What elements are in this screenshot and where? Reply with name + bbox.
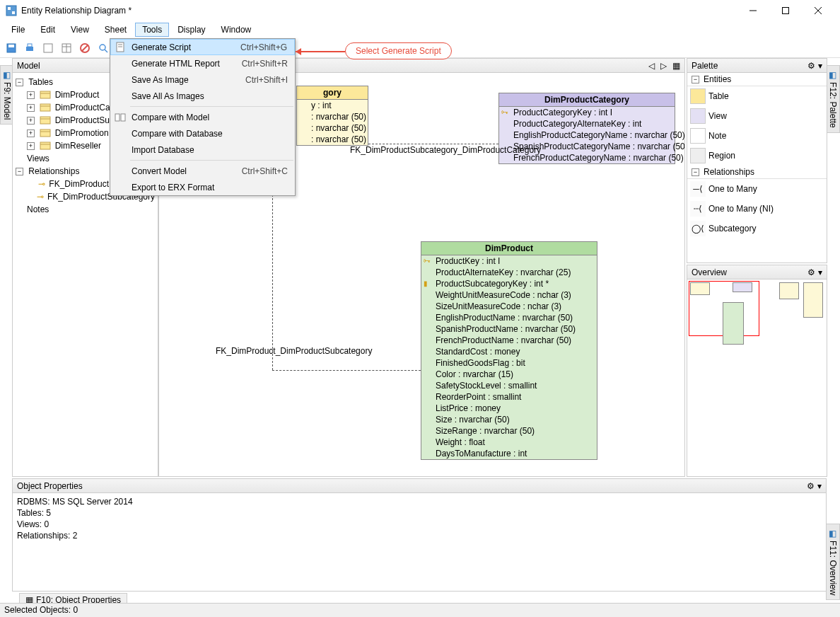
svg-rect-32 — [40, 142, 50, 149]
dd-convert-model[interactable]: Convert ModelCtrl+Shift+C — [110, 163, 295, 179]
app-icon — [6, 5, 17, 16]
svg-line-18 — [105, 50, 107, 52]
svg-point-17 — [100, 45, 105, 50]
entity-product[interactable]: DimProduct 🗝ProductKey : int IProductAlt… — [421, 241, 597, 460]
menu-file[interactable]: File — [4, 23, 32, 37]
overview-entity — [723, 302, 744, 345]
menu-edit[interactable]: Edit — [33, 23, 62, 37]
menu-display[interactable]: Display — [170, 23, 212, 37]
dd-save-image[interactable]: Save As ImageCtrl+Shift+I — [110, 71, 295, 88]
palette-rel-item[interactable]: ─⟨One to Many — [687, 179, 827, 199]
entity-column: ReorderPoint : smallint — [421, 391, 597, 403]
dd-separator — [130, 106, 293, 107]
svg-rect-22 — [115, 114, 119, 121]
overview-entity — [779, 282, 799, 299]
dd-save-all-images[interactable]: Save All As Images — [110, 88, 295, 104]
svg-rect-1 — [8, 7, 11, 10]
right-side-tab-overview[interactable]: ◧ F11: Overview — [826, 524, 840, 600]
tree-notes[interactable]: Notes — [16, 203, 155, 216]
minimize-icon[interactable]: ▾ — [818, 267, 822, 277]
relationship-label: FK_DimProductSubcategory_DimProductCateg… — [350, 145, 541, 155]
entity-column: DaysToManufacture : int — [421, 448, 597, 459]
dd-compare-database[interactable]: Compare with Database — [110, 125, 295, 142]
entity-column: Weight : float — [421, 437, 597, 448]
minimize-icon[interactable]: ▾ — [818, 61, 822, 71]
palette-section-entities[interactable]: −Entities — [687, 73, 827, 86]
svg-rect-2 — [12, 11, 15, 14]
property-line: Views: 0 — [17, 519, 822, 530]
entity-column: ProductCategoryAlternateKey : int — [499, 118, 675, 129]
print-icon[interactable] — [23, 41, 37, 55]
palette-entity-table[interactable]: Table — [687, 86, 827, 106]
palette-panel: Palette ⚙▾ −Entities TableViewNoteRegion… — [687, 58, 827, 263]
palette-section-relationships[interactable]: −Relationships — [687, 166, 827, 179]
dd-compare-model[interactable]: Compare with Model — [110, 109, 295, 125]
menu-window[interactable]: Window — [214, 23, 259, 37]
maximize-button[interactable] — [769, 0, 802, 21]
gear-icon[interactable]: ⚙ — [807, 481, 815, 491]
titlebar: Entity Relationship Diagram * — [0, 0, 840, 21]
svg-rect-9 — [26, 47, 33, 51]
close-button[interactable] — [802, 0, 834, 21]
nav-left-icon[interactable]: ◁ — [648, 61, 655, 71]
gear-icon[interactable]: ⚙ — [807, 61, 815, 71]
forbidden-icon[interactable] — [78, 41, 92, 55]
overview-panel: Overview ⚙▾ — [687, 265, 827, 477]
palette-rel-item[interactable]: ┄⟨One to Many (NI) — [687, 199, 827, 219]
svg-rect-26 — [40, 104, 50, 111]
sheet-icon[interactable]: ▦ — [672, 61, 680, 71]
palette-rel-item[interactable]: ◯⟨Subcategory — [687, 219, 827, 238]
svg-rect-11 — [44, 44, 52, 52]
entity-column: EnglishProductName : nvarchar (50) — [421, 312, 597, 323]
entity-column: FrenchProductName : nvarchar (50) — [421, 335, 597, 346]
entity-column: SizeRange : nvarchar (50) — [421, 425, 597, 437]
property-line: Tables: 5 — [17, 507, 822, 519]
overview-body[interactable] — [687, 279, 827, 476]
menubar: File Edit View Sheet Tools Display Windo… — [0, 21, 840, 38]
gear-icon[interactable]: ⚙ — [807, 267, 815, 277]
right-side-tab-palette[interactable]: ◧ F12: Palette — [826, 65, 840, 133]
entity-column: Color : nvarchar (15) — [421, 369, 597, 380]
menu-view[interactable]: View — [64, 23, 96, 37]
menu-tools[interactable]: Tools — [135, 23, 169, 37]
entity-column: WeightUnitMeasureCode : nchar (3) — [421, 289, 597, 301]
entity-subcategory[interactable]: gory y : int: nvarchar (50): nvarchar (5… — [296, 86, 368, 146]
dd-generate-html[interactable]: Generate HTML ReportCtrl+Shift+R — [110, 55, 295, 71]
properties-panel: Object Properties ⚙▾ RDBMS: MS SQL Serve… — [12, 478, 827, 592]
menu-sheet[interactable]: Sheet — [98, 23, 134, 37]
window-controls — [737, 0, 834, 21]
entity-column: ▮ProductSubcategoryKey : int * — [421, 278, 597, 289]
overview-entity — [803, 282, 823, 318]
properties-header: Object Properties ⚙▾ — [13, 479, 826, 493]
palette-entity-note[interactable]: Note — [687, 126, 827, 146]
entity-column: y : int — [297, 100, 368, 111]
entity-column: StandardCost : money — [421, 346, 597, 357]
svg-line-16 — [82, 45, 88, 51]
minimize-button[interactable] — [737, 0, 769, 21]
svg-rect-23 — [121, 114, 125, 121]
window-icon[interactable] — [41, 41, 55, 55]
entity-column: 🗝ProductKey : int I — [421, 255, 597, 267]
statusbar: Selected Objects: 0 — [0, 603, 840, 617]
overview-header: Overview ⚙▾ — [687, 265, 827, 279]
palette-entity-region[interactable]: Region — [687, 146, 827, 166]
palette-entity-view[interactable]: View — [687, 106, 827, 126]
entity-column: Size : nvarchar (50) — [421, 414, 597, 425]
table-icon[interactable] — [59, 41, 74, 55]
nav-right-icon[interactable]: ▷ — [660, 61, 667, 71]
entity-column: FinishedGoodsFlag : bit — [421, 357, 597, 369]
svg-rect-28 — [40, 117, 50, 124]
tools-dropdown: Generate Script Ctrl+Shift+G Generate HT… — [110, 38, 296, 196]
dd-export-erx[interactable]: Export to ERX Format — [110, 179, 295, 195]
save-icon[interactable] — [4, 41, 18, 55]
entity-column: ListPrice : money — [421, 403, 597, 414]
entity-column: EnglishProductCategoryName : nvarchar (5… — [499, 129, 675, 141]
zoom-icon[interactable] — [96, 41, 110, 55]
minimize-icon[interactable]: ▾ — [817, 481, 822, 491]
dd-import-database[interactable]: Import Database — [110, 142, 295, 158]
dd-generate-script[interactable]: Generate Script Ctrl+Shift+G — [110, 39, 295, 55]
entity-title: DimProductCategory — [499, 93, 675, 107]
dd-separator — [130, 160, 293, 161]
properties-body: RDBMS: MS SQL Server 2014Tables: 5Views:… — [13, 493, 826, 544]
dd-shortcut: Ctrl+Shift+G — [240, 42, 287, 52]
